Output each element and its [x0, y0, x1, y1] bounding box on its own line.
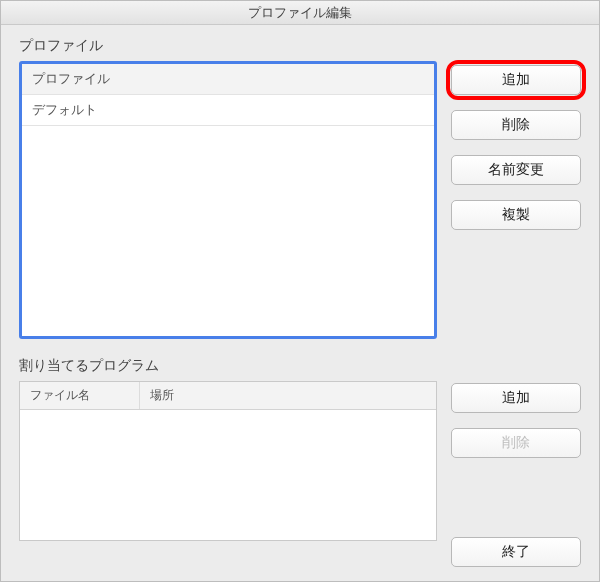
add-program-button[interactable]: 追加	[451, 383, 581, 413]
add-profile-button[interactable]: 追加	[451, 65, 581, 95]
profile-list[interactable]: プロファイル デフォルト	[19, 61, 437, 339]
program-buttons: 追加 削除 終了	[451, 381, 581, 569]
program-table-body	[20, 410, 436, 540]
program-table[interactable]: ファイル名 場所	[19, 381, 437, 541]
column-header-filename[interactable]: ファイル名	[20, 382, 140, 409]
profile-area: プロファイル デフォルト 追加 削除 名前変更 複製	[19, 61, 581, 339]
program-table-header: ファイル名 場所	[20, 382, 436, 410]
column-header-location[interactable]: 場所	[140, 382, 436, 409]
profile-buttons: 追加 削除 名前変更 複製	[451, 61, 581, 339]
program-area: ファイル名 場所 追加 削除 終了	[19, 381, 581, 569]
duplicate-profile-button[interactable]: 複製	[451, 200, 581, 230]
delete-profile-button[interactable]: 削除	[451, 110, 581, 140]
profile-section-label: プロファイル	[19, 37, 581, 55]
window-title: プロファイル編集	[1, 1, 599, 25]
window-content: プロファイル プロファイル デフォルト 追加 削除 名前変更 複製 割り当てるプ…	[1, 25, 599, 581]
profile-list-item[interactable]: デフォルト	[22, 95, 434, 126]
profile-edit-window: プロファイル編集 プロファイル プロファイル デフォルト 追加 削除 名前変更 …	[0, 0, 600, 582]
delete-program-button: 削除	[451, 428, 581, 458]
exit-button[interactable]: 終了	[451, 537, 581, 567]
rename-profile-button[interactable]: 名前変更	[451, 155, 581, 185]
profile-list-item[interactable]: プロファイル	[22, 64, 434, 95]
program-section-label: 割り当てるプログラム	[19, 357, 581, 375]
